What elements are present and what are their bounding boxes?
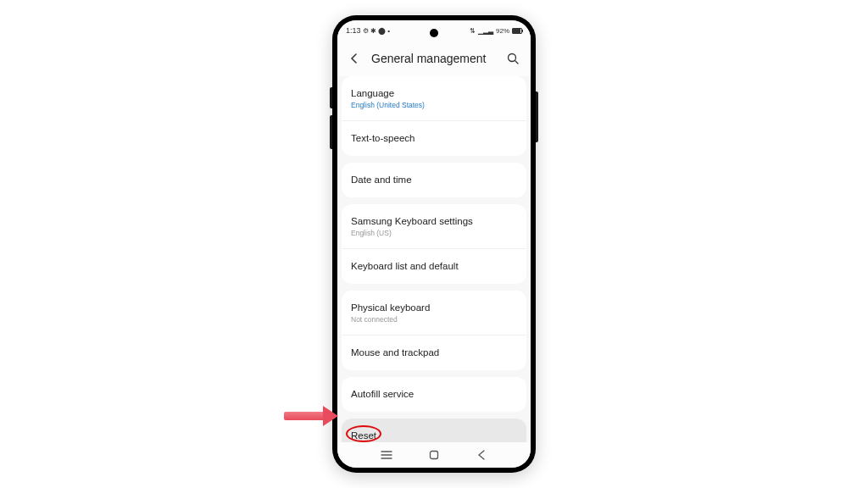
battery-icon (512, 28, 522, 34)
status-right: ⇅ ▁▂▃ 92% (470, 27, 522, 35)
settings-item-subtitle: English (US) (351, 229, 517, 237)
settings-item-autofill-service[interactable]: Autofill service (342, 377, 526, 412)
chevron-left-icon (349, 53, 359, 64)
status-icons-left: ⚙ ✱ ⬤ • (363, 27, 390, 35)
phone-frame: 1:13 ⚙ ✱ ⬤ • ⇅ ▁▂▃ 92% General managemen… (332, 15, 536, 473)
camera-hole (430, 29, 438, 37)
side-button-left-1 (330, 87, 332, 108)
settings-group: Samsung Keyboard settingsEnglish (US)Key… (342, 204, 526, 284)
nav-recent-button[interactable] (374, 446, 399, 463)
svg-line-1 (515, 61, 519, 64)
battery-percentage: 92% (496, 27, 509, 35)
nav-home-button[interactable] (421, 446, 447, 463)
annotation-arrow (284, 409, 338, 423)
home-icon (429, 450, 439, 460)
settings-item-text-to-speech[interactable]: Text-to-speech (342, 120, 526, 156)
settings-group: Physical keyboardNot connectedMouse and … (342, 291, 526, 370)
wifi-icon: ⇅ (470, 27, 476, 35)
phone-screen: 1:13 ⚙ ✱ ⬤ • ⇅ ▁▂▃ 92% General managemen… (337, 20, 531, 468)
settings-item-samsung-keyboard-settings[interactable]: Samsung Keyboard settingsEnglish (US) (342, 204, 526, 248)
svg-rect-5 (431, 452, 438, 459)
settings-item-title: Reset (351, 430, 517, 442)
settings-group: LanguageEnglish (United States)Text-to-s… (342, 76, 526, 156)
back-button[interactable] (348, 52, 361, 65)
settings-group: Autofill service (342, 377, 526, 412)
settings-item-subtitle: English (United States) (351, 101, 517, 109)
nav-back-button[interactable] (469, 446, 494, 463)
navigation-bar (337, 442, 531, 468)
status-time: 1:13 (346, 26, 361, 35)
page-title: General management (371, 52, 495, 65)
signal-icon: ▁▂▃ (478, 27, 493, 35)
search-icon (507, 53, 519, 64)
settings-item-title: Keyboard list and default (351, 260, 517, 273)
settings-content[interactable]: LanguageEnglish (United States)Text-to-s… (337, 76, 531, 442)
search-button[interactable] (505, 51, 520, 66)
settings-item-title: Physical keyboard (351, 302, 517, 314)
side-button-left-2 (330, 115, 332, 149)
settings-group: Reset (342, 419, 526, 442)
settings-item-title: Date and time (351, 174, 517, 186)
settings-item-title: Samsung Keyboard settings (351, 215, 517, 228)
side-button-right (536, 92, 538, 142)
settings-item-subtitle: Not connected (351, 315, 517, 324)
status-left: 1:13 ⚙ ✱ ⬤ • (346, 26, 390, 35)
settings-item-date-and-time[interactable]: Date and time (342, 163, 526, 197)
settings-item-reset[interactable]: Reset (342, 419, 526, 442)
settings-item-title: Language (351, 87, 517, 100)
settings-item-physical-keyboard[interactable]: Physical keyboardNot connected (342, 291, 526, 335)
chevron-left-icon (477, 450, 486, 460)
settings-item-mouse-and-trackpad[interactable]: Mouse and trackpad (342, 335, 526, 370)
settings-group: Date and time (342, 163, 526, 197)
settings-item-language[interactable]: LanguageEnglish (United States) (342, 76, 526, 120)
settings-item-title: Mouse and trackpad (351, 347, 517, 359)
settings-item-keyboard-list-and-default[interactable]: Keyboard list and default (342, 248, 526, 284)
settings-item-title: Autofill service (351, 388, 517, 401)
settings-item-title: Text-to-speech (351, 132, 517, 145)
recent-icon (381, 451, 392, 459)
page-header: General management (337, 41, 531, 76)
